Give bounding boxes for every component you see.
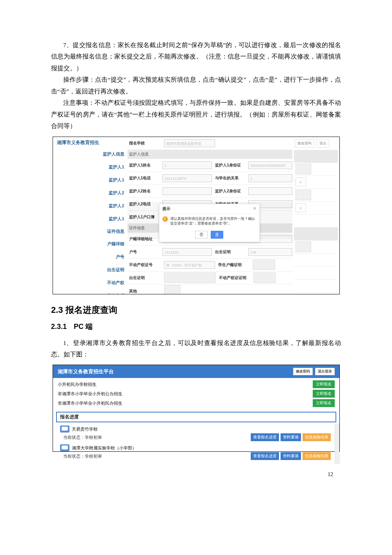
label-property-cert: 不动产权证证明 [216,274,253,282]
sidebar-item: 共有方式 [55,289,126,294]
label-property-no: 不动产权证号 [128,261,164,269]
label-birth-cert: 出生证明 [212,248,248,256]
input-g2-name[interactable] [162,187,212,195]
list-item: 非湘潭市小学毕业小升初民办招生 立即报名 [58,398,335,408]
input-g1-rel[interactable]: 1 [248,174,292,182]
paragraph-7: 7、提交报名信息：家长在报名截止时间之前“保存为草稿”的，可以进行修改，最后一次… [51,39,341,74]
label-school: 报名学校 [128,139,164,147]
view-progress-button[interactable]: 查看报名进度 [251,433,279,441]
thumb-other[interactable] [164,285,181,294]
school-icon [60,444,69,451]
sidebar-item: 监护人2 [55,186,126,199]
platform-header-title: 湘潭市义务教育招生平台 [58,368,114,375]
school-icon [60,425,69,433]
change-password-button[interactable]: 修改密码 [295,139,314,148]
progress-list: 天易贵竹学校 当前状态：学校初审 查看报名进度 资料重填 信息核验结果 湘潭大学… [57,424,339,462]
paragraph-1: 1、登录湘潭市义务教育招生平台之后，可以及时查看报名进度及信息核验结果，了解最新… [51,337,341,360]
sidebar-item: 监护人1 [55,173,126,186]
label-g2-id: 监护人2身份证 [212,187,248,195]
school-name: 天易贵竹学校 [72,426,98,432]
close-icon[interactable]: × [253,206,256,211]
progress-item: 当前状态：学校初审 查看报名进度 资料重填 信息核验结果 [57,433,339,444]
confirm-modal: 提示 × ! 请认真核对所填信息是否有误，是否与原件一致？确认提交请单击"是"；… [159,204,260,242]
sidebar-item: 出生证明 [55,263,126,276]
sidebar-left: 湘潭市义务教育招生 监护人信息 监护人1 监护人1 监护人2 监护人2 监护人1… [55,137,126,294]
input-birth-cert[interactable]: 134 [248,248,292,256]
input-g1-tel[interactable]: 19111110876 [162,174,212,182]
section-guardian: 监护人信息 [128,150,164,158]
modal-title: 提示 [162,206,170,211]
input-g1-id[interactable]: 430224197805000037 [248,161,292,169]
thumb-right[interactable] [295,241,311,252]
heading-2-3-1: 2.3.1 PC 端 [51,322,341,331]
refill-button[interactable]: 资料重填 [281,433,301,441]
body-text: 7、提交报名信息：家长在报名截止时间之前“保存为草稿”的，可以进行修改，最后一次… [51,39,341,132]
thumb-hj-cert[interactable] [253,259,275,270]
verify-result-button[interactable]: 信息核验结果 [303,452,331,460]
sidebar-item: 户号 [55,250,126,263]
screenshot-1: 湘潭市义务教育招生 监护人信息 监护人1 监护人1 监护人2 监护人2 监护人1… [53,137,340,294]
sidebar-item: 监护人1 [55,212,126,225]
paragraph-steps: 操作步骤：点击“提交”，再次预览核实所填信息，点击“确认提交”，点击“是”，进行… [51,74,341,97]
school-name: 湘潭大学附属实验学校（小学部） [72,445,137,451]
input-g2-id[interactable] [248,187,292,195]
progress-status: 当前状态：学校初审 [60,435,102,441]
sidebar-item: 监护人2 [55,199,126,212]
list-item: 非湘潭市小学毕业小升初公办招生 立即报名 [58,389,335,398]
logout-button[interactable]: 退出 [317,139,329,148]
label-other: 其他 [128,287,164,294]
input-g1-name[interactable]: 1 [162,161,212,169]
thumb-right[interactable] [295,164,311,174]
sidebar-item: 证件信息 [55,225,126,237]
sidebar-item: 户籍详细 [55,237,126,250]
label-g1-id: 监护人1身份证 [212,161,248,169]
label-birth-cert2: 出生证明 [128,274,164,282]
thumb-property-cert[interactable] [253,272,276,283]
sidebar-item: 监护人信息 [55,148,126,161]
screenshot-2: 湘潭市义务教育招生平台 修改密码 退出登录 小升初民办学校招生 立即报名 非湘潭… [53,365,340,452]
select-box[interactable]: ∨ [295,177,306,186]
info-icon: ! [162,216,168,222]
sidebar-item: 不动产权 [55,276,126,289]
label-g1-name: 监护人1姓名 [128,161,163,169]
thumb-right[interactable] [295,190,311,200]
enroll-now-button[interactable]: 立即报名 [313,380,335,388]
scrollbar[interactable] [335,424,339,464]
modal-text: 请认真核对所填信息是否有误，是否与原件一致？确认提交请单击"是"；需要修改请单击… [170,216,256,226]
modal-yes-button[interactable]: 是 [211,231,223,239]
enroll-type-label: 小升初民办学校招生 [58,382,97,387]
heading-2-3: 2.3 报名进度查询 [51,304,341,316]
select-box[interactable]: ∨ [295,203,306,212]
platform-title: 湘潭市义务教育招生 [55,137,126,148]
refill-button[interactable]: 资料重填 [281,452,301,460]
modal-no-button[interactable]: 否 [195,231,208,239]
platform-header: 湘潭市义务教育招生平台 修改密码 退出登录 [53,365,339,378]
input-property-no[interactable]: 潭（2020）市不动产权 [164,261,215,269]
input-school[interactable]: 湘潭市雨湖区金庭学校 [164,139,215,147]
verify-result-button[interactable]: 信息核验结果 [303,433,331,441]
enroll-type-label: 非湘潭市小学毕业小升初公办招生 [58,391,122,397]
thumb-birth-cert[interactable]: ○ ○ ○ ○ [164,272,216,283]
enroll-type-list: 小升初民办学校招生 立即报名 非湘潭市小学毕业小升初公办招生 立即报名 非湘潭市… [53,378,339,409]
enroll-type-label: 非湘潭市小学毕业小升初民办招生 [58,400,122,406]
page-number: 12 [51,471,341,478]
sidebar-item: 监护人1 [55,161,126,173]
input-huhao[interactable]: 1112233 [162,248,212,256]
label-hj-cert: 学生户籍证明 [215,261,253,269]
paragraph-notice: 注意事项：不动产权证号须按固定格式填写，与原件保持一致。如果是自建房、安置房等不… [51,97,341,131]
view-progress-button[interactable]: 查看报名进度 [251,452,279,460]
progress-status: 当前状态：学校初审 [60,453,102,460]
list-item: 小升初民办学校招生 立即报名 [58,380,335,389]
label-g1-rel: 与学生的关系 [212,174,248,182]
label-g1-tel: 监护人1电话 [128,174,163,182]
label-huhao: 户号 [128,248,163,256]
change-password-button[interactable]: 修改密码 [293,368,313,375]
enroll-now-button[interactable]: 立即报名 [313,399,335,407]
label-g2-name: 监护人2姓名 [128,187,163,195]
right-panel: 修改密码 退出 ∨ ∨ [294,137,338,294]
progress-item: 当前状态：学校初审 查看报名进度 资料重填 信息核验结果 [57,451,339,462]
enroll-now-button[interactable]: 立即报名 [313,390,335,398]
progress-section-title: 报名进度 [56,412,336,422]
logout-button[interactable]: 退出登录 [315,368,335,375]
